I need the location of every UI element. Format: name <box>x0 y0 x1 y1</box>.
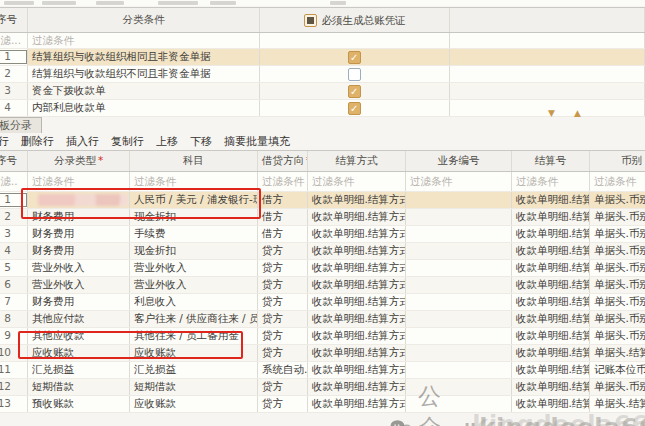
must-generate-cell[interactable] <box>260 66 450 82</box>
entry-type-cell[interactable] <box>28 192 130 208</box>
settle-method-cell[interactable]: 收款单明细.结算方式 <box>308 345 406 361</box>
direction-cell[interactable]: 贷方 <box>258 396 308 412</box>
settle-method-cell[interactable]: 收款单明细.结算方式 <box>308 226 406 242</box>
filter-4[interactable]: 过滤条件 <box>308 172 406 191</box>
entry-type-cell[interactable]: 营业外收入 <box>28 277 130 293</box>
checkbox-checked[interactable] <box>348 51 361 64</box>
filter-3[interactable]: 过滤条件 <box>258 172 308 191</box>
entry-row[interactable]: 4财务费用现金折扣贷方收款单明细.结算方式收款单明细.结算号单据头.币别 <box>0 243 645 260</box>
currency-cell[interactable]: 单据头.币别 <box>590 277 645 293</box>
row-number-cell[interactable]: 13 <box>0 396 28 412</box>
settle-no-cell[interactable]: 收款单明细.结算号 <box>512 345 590 361</box>
biz-no-cell[interactable] <box>406 362 512 378</box>
row-number-cell[interactable]: 6 <box>0 277 28 293</box>
entry-row[interactable]: 7财务费用利息收入贷方收款单明细.结算方式收款单明细.结算号单据头.币别 <box>0 294 645 311</box>
currency-cell[interactable]: 单据头.结算币别 <box>590 345 645 361</box>
entry-row[interactable]: 13预收账款应收账款贷方收款单明细.结算方式收款单明细.结算号单据头.结算币别 <box>0 396 645 413</box>
filter-6[interactable]: 过滤条件 <box>512 172 590 191</box>
settle-method-cell[interactable]: 收款单明细.结算方式 <box>308 311 406 327</box>
currency-cell[interactable]: 单据头.币别 <box>590 226 645 242</box>
settle-no-cell[interactable]: 收款单明细.结算号 <box>512 396 590 412</box>
currency-cell[interactable]: 单据头.币别 <box>590 328 645 344</box>
account-cell[interactable]: 应收账款 <box>130 396 258 412</box>
account-cell[interactable]: 人民币 / 美元 / 浦发银行-珠海.. <box>130 192 258 208</box>
header-7[interactable]: 币别 <box>590 151 645 171</box>
select-all-checkbox[interactable] <box>304 14 317 27</box>
settle-method-cell[interactable]: 收款单明细.结算方式 <box>308 260 406 276</box>
settle-method-cell[interactable]: 收款单明细.结算方式 <box>308 379 406 395</box>
row-number-cell[interactable]: 9 <box>0 328 28 344</box>
row-number-cell[interactable]: 2 <box>0 66 28 82</box>
settle-no-cell[interactable]: 收款单明细.结算号 <box>512 226 590 242</box>
condition-cell[interactable]: 结算组织与收款组织不同且非资金单据 <box>28 66 260 82</box>
checkbox-unchecked[interactable] <box>348 68 361 81</box>
settle-method-cell[interactable]: 收款单明细.结算方式 <box>308 328 406 344</box>
direction-cell[interactable]: 贷方 <box>258 277 308 293</box>
classification-row[interactable]: 3资金下拨收款单 <box>0 83 645 100</box>
must-generate-cell[interactable] <box>260 49 450 65</box>
settle-method-cell[interactable]: 收款单明细.结算方式 <box>308 192 406 208</box>
biz-no-cell[interactable] <box>406 345 512 361</box>
entry-type-cell[interactable]: 财务费用 <box>28 209 130 225</box>
entry-row[interactable]: 12短期借款短期借款贷方收款单明细.结算方式收款单明细.结算号单据头.币别 <box>0 379 645 396</box>
settle-no-cell[interactable]: 收款单明细.结算号 <box>512 260 590 276</box>
header-5[interactable]: 业务编号 <box>406 151 512 171</box>
entry-row[interactable]: 10应收账款应收账款贷方收款单明细.结算方式收款单明细.结算号单据头.结算币别 <box>0 345 645 362</box>
direction-cell[interactable]: 贷方 <box>258 379 308 395</box>
biz-no-cell[interactable] <box>406 226 512 242</box>
header-must-generate[interactable]: 必须生成总账凭证 <box>260 8 450 32</box>
classification-row[interactable]: 1结算组织与收款组织相同且非资金单据 <box>0 49 645 66</box>
move-up-icon[interactable]: ▲ <box>574 109 581 118</box>
toolbar-item-2[interactable]: 插入行 <box>66 133 99 150</box>
filter-0[interactable]: 过滤.. <box>0 172 28 191</box>
settle-no-cell[interactable]: 收款单明细.结算号 <box>512 294 590 310</box>
classification-row[interactable]: 2结算组织与收款组织不同且非资金单据 <box>0 66 645 83</box>
entry-type-cell[interactable]: 应收账款 <box>28 345 130 361</box>
must-generate-cell[interactable] <box>260 83 450 99</box>
account-cell[interactable]: 手续费 <box>130 226 258 242</box>
direction-cell[interactable]: 贷方 <box>258 260 308 276</box>
entry-row[interactable]: 3财务费用手续费借方收款单明细.结算方式收款单明细.结算号单据头.币别 <box>0 226 645 243</box>
account-cell[interactable]: 汇兑损益 <box>130 362 258 378</box>
header-6[interactable]: 结算号 <box>512 151 590 171</box>
row-number-cell[interactable]: 5 <box>0 260 28 276</box>
toolbar-item-5[interactable]: 下移 <box>190 133 212 150</box>
account-cell[interactable]: 现金折扣 <box>130 243 258 259</box>
currency-cell[interactable]: 单据头.币别 <box>590 209 645 225</box>
header-1[interactable]: 分录类型* <box>28 151 130 171</box>
move-down-icon[interactable]: ▼ <box>548 109 555 118</box>
header-no[interactable]: 序号 <box>0 8 28 32</box>
account-cell[interactable]: 应收账款 <box>130 345 258 361</box>
currency-cell[interactable]: 单据头.币别 <box>590 192 645 208</box>
header-0[interactable]: 序号 <box>0 151 28 171</box>
row-number-cell[interactable]: 3 <box>0 226 28 242</box>
entry-type-cell[interactable]: 财务费用 <box>28 226 130 242</box>
currency-cell[interactable]: 单据头.币别 <box>590 260 645 276</box>
must-generate-cell[interactable] <box>260 100 450 116</box>
biz-no-cell[interactable] <box>406 379 512 395</box>
direction-cell[interactable]: 贷方 <box>258 243 308 259</box>
settle-no-cell[interactable]: 收款单明细.结算号 <box>512 362 590 378</box>
direction-cell[interactable]: 借方 <box>258 192 308 208</box>
header-3[interactable]: 借贷方向* <box>258 151 308 171</box>
header-4[interactable]: 结算方式 <box>308 151 406 171</box>
currency-cell[interactable]: 记账本位币 <box>590 362 645 378</box>
toolbar-item-3[interactable]: 复制行 <box>111 133 144 150</box>
currency-cell[interactable]: 单据头.币别 <box>590 243 645 259</box>
row-number-cell[interactable]: 4 <box>0 243 28 259</box>
row-number-cell[interactable]: 10 <box>0 345 28 361</box>
biz-no-cell[interactable] <box>406 328 512 344</box>
direction-cell[interactable]: 借方 <box>258 226 308 242</box>
row-number-cell[interactable]: 1 <box>0 192 28 208</box>
settle-method-cell[interactable]: 收款单明细.结算方式 <box>308 396 406 412</box>
biz-no-cell[interactable] <box>406 396 512 412</box>
row-number-cell[interactable]: 8 <box>0 311 28 327</box>
filter-2[interactable]: 过滤条件 <box>130 172 258 191</box>
currency-cell[interactable]: 单据头.结算币别 <box>590 396 645 412</box>
settle-method-cell[interactable]: 收款单明细.结算方式 <box>308 243 406 259</box>
row-number-cell[interactable]: 1 <box>0 49 28 65</box>
biz-no-cell[interactable] <box>406 243 512 259</box>
settle-method-cell[interactable]: 收款单明细.结算方式 <box>308 362 406 378</box>
entry-row[interactable]: 2财务费用现金折扣借方收款单明细.结算方式收款单明细.结算号单据头.币别 <box>0 209 645 226</box>
direction-cell[interactable]: 贷方 <box>258 311 308 327</box>
